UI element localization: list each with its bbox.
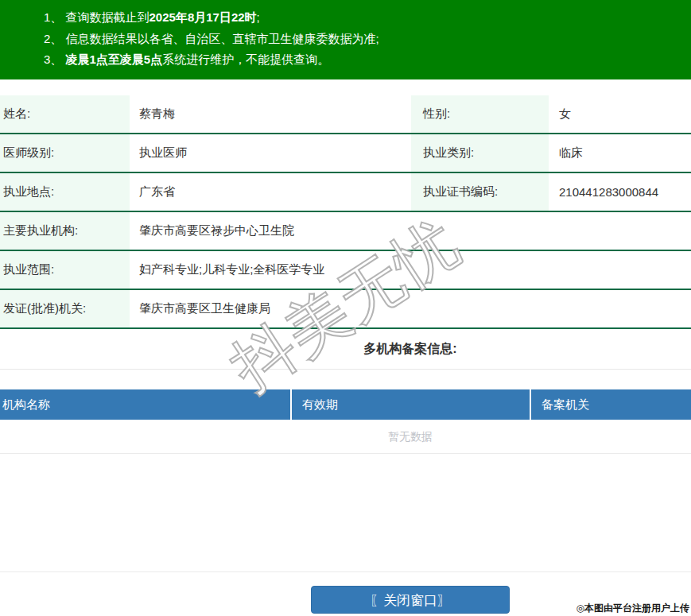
field-label-issuing-authority: 发证(批准)机关: [0, 290, 130, 327]
field-value-certificate-number: 210441283000844 [549, 173, 691, 211]
multi-institution-section: 多机构备案信息: [0, 328, 691, 370]
doctor-info-table: 姓名: 蔡青梅 性别: 女 医师级别: 执业医师 执业类别: 临床 执业地点: … [0, 95, 691, 329]
notice-line-1: 1、 查询数据截止到2025年8月17日22时; [44, 7, 683, 29]
notice-line-3: 3、 凌晨1点至凌晨5点系统进行维护，不能提供查询。 [44, 49, 683, 71]
field-label-practice-category: 执业类别: [411, 134, 549, 172]
table-row: 医师级别: 执业医师 执业类别: 临床 [0, 134, 691, 173]
field-label-practice-location: 执业地点: [0, 173, 130, 211]
table-row: 执业地点: 广东省 执业证书编码: 210441283000844 [0, 173, 691, 212]
column-header-institution-name: 机构名称 [0, 389, 292, 420]
field-value-issuing-authority: 肇庆市高要区卫生健康局 [130, 290, 691, 327]
table-row: 执业范围: 妇产科专业;儿科专业;全科医学专业 [0, 251, 691, 290]
section-title: 多机构备案信息: [130, 328, 691, 370]
column-header-filing-authority: 备案机关 [531, 389, 691, 420]
field-value-gender: 女 [549, 95, 691, 133]
field-value-doctor-level: 执业医师 [130, 134, 411, 172]
close-window-button[interactable]: 〖关闭窗口〗 [311, 586, 510, 614]
table-row: 姓名: 蔡青梅 性别: 女 [0, 95, 691, 134]
field-value-name: 蔡青梅 [130, 95, 411, 133]
field-value-practice-category: 临床 [549, 134, 691, 172]
field-label-gender: 性别: [411, 95, 549, 133]
no-data-text: 暂无数据 [130, 420, 691, 453]
table-row: 主要执业机构: 肇庆市高要区禄步中心卫生院 [0, 212, 691, 251]
field-value-main-institution: 肇庆市高要区禄步中心卫生院 [130, 212, 691, 250]
filing-table-empty-row: 暂无数据 [0, 420, 691, 454]
field-value-practice-location: 广东省 [130, 173, 411, 211]
filing-table-header: 机构名称 有效期 备案机关 [0, 389, 691, 420]
column-header-validity-period: 有效期 [292, 389, 531, 420]
query-result-page: 1、 查询数据截止到2025年8月17日22时; 2、 信息数据结果以各省、自治… [0, 0, 691, 616]
table-row: 发证(批准)机关: 肇庆市高要区卫生健康局 [0, 290, 691, 329]
field-label-doctor-level: 医师级别: [0, 134, 130, 172]
field-label-practice-scope: 执业范围: [0, 251, 130, 289]
field-value-practice-scope: 妇产科专业;儿科专业;全科医学专业 [130, 251, 691, 289]
content-spacer [0, 454, 691, 572]
field-label-certificate-number: 执业证书编码: [411, 173, 549, 211]
notice-line-2: 2、 信息数据结果以各省、自治区、直辖市卫生健康委数据为准; [44, 29, 683, 50]
field-label-name: 姓名: [0, 95, 130, 133]
field-label-main-institution: 主要执业机构: [0, 212, 130, 250]
notice-banner: 1、 查询数据截止到2025年8月17日22时; 2、 信息数据结果以各省、自治… [0, 0, 691, 79]
attribution-text: ◎本图由平台注册用户上传 [576, 602, 689, 615]
